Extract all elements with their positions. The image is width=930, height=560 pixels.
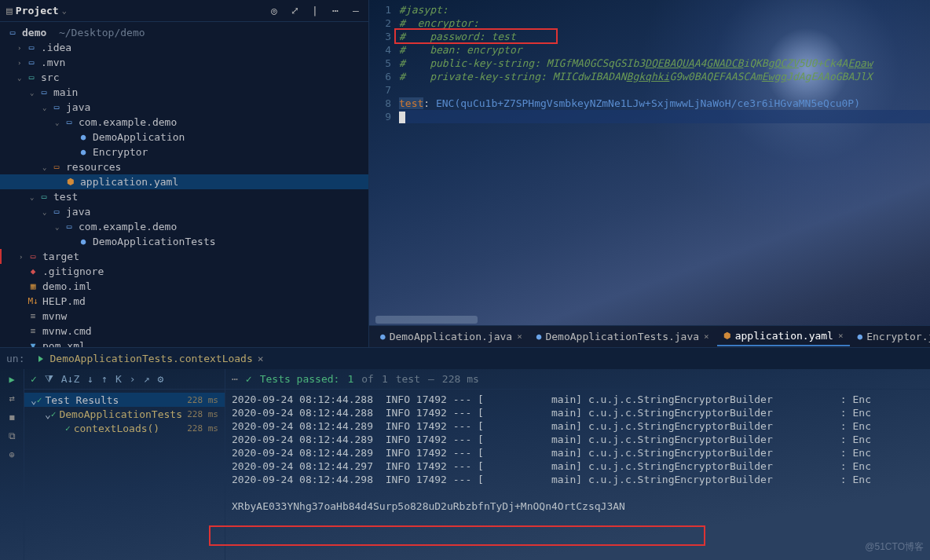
test-method-row[interactable]: ✓contextLoads()228 ms [24,421,225,435]
ok-icon: ✓ [37,395,42,405]
rerun-icon[interactable]: ▶ [9,374,14,385]
expand-icon[interactable]: ↓ [87,373,93,385]
collapse-icon[interactable]: ↑ [101,373,108,385]
chevron-down-icon[interactable]: ⌄ [31,394,37,406]
chevron-down-icon[interactable]: ⌄ [30,89,38,97]
tab-application-yaml[interactable]: ⬢application.yaml× [717,328,850,346]
tab-demoapplication[interactable]: ●DemoApplication.java× [374,328,529,346]
class-icon: ● [536,331,542,342]
tree-item-class1[interactable]: ●DemoApplication [0,130,368,145]
class-icon: ● [77,236,90,247]
project-title[interactable]: Project [16,5,59,16]
chevron-down-icon[interactable]: ⌄ [42,104,50,112]
chevron-right-icon[interactable]: › [17,44,25,52]
log-line: 2020-09-24 08:12:44.289 INFO 17492 --- [… [232,446,924,459]
package-icon: ▭ [63,117,75,127]
divider-icon: | [309,5,321,16]
tree-item-mvnw[interactable]: ≡mvnw [0,309,368,324]
folder-icon: ▭ [25,42,38,53]
run-config-name[interactable]: DemoApplicationTests.contextLoads [49,353,252,364]
tree-item-src[interactable]: ⌄▭src [0,70,368,85]
close-icon[interactable]: × [704,331,709,342]
chevron-down-icon[interactable]: ⌄ [45,408,51,420]
class-icon: ● [77,132,90,142]
file-icon: ≡ [27,311,39,321]
pin-icon[interactable]: ⊕ [9,449,14,460]
tree-item-mvn[interactable]: ›▭.mvn [0,55,368,70]
close-icon[interactable]: × [258,353,264,364]
horizontal-scrollbar[interactable] [375,316,478,324]
test-results-root[interactable]: ⌄✓Test Results228 ms [24,393,225,407]
next-icon[interactable]: › [130,373,136,385]
tree-item-main[interactable]: ⌄▭main [0,85,368,100]
chevron-right-icon[interactable]: › [17,59,25,67]
log-line: 2020-09-24 08:12:44.288 INFO 17492 --- [… [232,393,924,406]
filter-icon[interactable]: ⧩ [45,373,53,386]
tab-demoapplicationtests[interactable]: ●DemoApplicationTests.java× [530,328,716,346]
code-text[interactable]: #jasypt: # encryptor: # password: test #… [399,0,930,311]
filter-passed-icon[interactable]: ✓ [31,373,37,385]
tree-item-java[interactable]: ⌄▭java [0,100,368,115]
class-icon: ● [77,147,90,157]
tree-item-test[interactable]: ⌄▭test [0,189,368,204]
more-icon[interactable]: ⋯ [232,373,238,385]
tree-item-pom[interactable]: ▼pom.xml [0,339,368,347]
tree-item-resources[interactable]: ⌄▭resources [0,159,368,174]
test-tree[interactable]: ⌄✓Test Results228 ms ⌄✓DemoApplicationTe… [24,390,225,560]
chevron-down-icon[interactable]: ⌄ [55,223,63,231]
chevron-down-icon[interactable]: ⌄ [42,163,50,171]
frames-icon[interactable]: ⧉ [9,430,16,441]
gutter: 123456789 [369,0,399,311]
iml-icon: ▦ [27,281,39,291]
target-icon[interactable]: ◎ [268,5,280,16]
log-line: XRbyAE033YNhg37oaHb84d4Surp5o828uD2uRbzb… [232,500,924,513]
tree-item-help[interactable]: M↓HELP.md [0,294,368,309]
tree-item-mvnwcmd[interactable]: ≡mvnw.cmd [0,324,368,339]
tree-item-java2[interactable]: ⌄▭java [0,204,368,219]
file-icon: ≡ [27,326,39,336]
close-icon[interactable]: × [517,331,522,342]
tree-item-appyaml[interactable]: ⬢application.yaml [0,174,368,189]
tree-item-pkg2[interactable]: ⌄▭com.example.demo [0,219,368,234]
chevron-down-icon[interactable]: ⌄ [42,208,50,216]
test-run-toolbar-left: ▶ ⇄ ◼ ⧉ ⊕ [0,369,24,560]
settings-icon[interactable]: ⚙ [157,373,163,385]
tree-item-class2[interactable]: ●Encryptor [0,145,368,159]
settings-icon[interactable]: ⋯ [329,5,342,16]
export-icon[interactable]: ↗ [144,373,150,385]
chevron-right-icon[interactable]: › [19,253,27,261]
prev-icon[interactable]: K [115,373,122,385]
tree-item-demoiml[interactable]: ▦demo.iml [0,279,368,294]
project-tree[interactable]: ▭demo ~/Desktop/demo ›▭.idea ›▭.mvn ⌄▭sr… [0,22,368,347]
yaml-icon: ⬢ [64,177,77,187]
tab-encryptor[interactable]: ●Encryptor.java× [851,328,930,346]
collapse-icon[interactable]: ⤢ [288,5,301,16]
tree-item-target[interactable]: ›▭target [0,249,368,264]
log-line [232,486,924,500]
folder-icon: ▭ [38,192,50,202]
tree-item-idea[interactable]: ›▭.idea [0,40,368,55]
run-icon[interactable] [38,356,43,362]
stop-icon[interactable]: ◼ [9,412,14,423]
yaml-icon: ⬢ [723,331,731,341]
tree-item-gitignore[interactable]: ◆.gitignore [0,264,368,279]
code-area[interactable]: 123456789 #jasypt: # encryptor: # passwo… [369,0,930,311]
console-output[interactable]: 2020-09-24 08:12:44.288 INFO 17492 --- [… [225,390,930,560]
hide-icon[interactable]: — [350,5,362,16]
package-icon: ▭ [63,221,75,232]
chevron-down-icon[interactable]: ⌄ [17,74,25,82]
tree-root[interactable]: ▭demo ~/Desktop/demo [0,25,368,40]
test-tree-panel: ✓ ⧩ A↓Z ↓ ↑ K › ↗ ⚙ ⌄✓Test Results228 ms… [24,369,225,560]
toggle-icon[interactable]: ⇄ [9,393,14,404]
watermark: @51CTO博客 [865,540,924,554]
chevron-down-icon[interactable]: ⌄ [30,193,38,201]
close-icon[interactable]: × [838,331,844,341]
sort-icon[interactable]: A↓Z [61,373,79,385]
chevron-down-icon[interactable]: ⌄ [62,6,67,15]
chevron-down-icon[interactable]: ⌄ [55,119,63,126]
test-class-row[interactable]: ⌄✓DemoApplicationTests228 ms [24,407,225,421]
folder-icon: ▭ [25,72,38,82]
tree-item-pkg[interactable]: ⌄▭com.example.demo [0,115,368,130]
tree-item-class3[interactable]: ●DemoApplicationTests [0,234,368,249]
editor-tabs: ●DemoApplication.java× ●DemoApplicationT… [369,325,930,347]
